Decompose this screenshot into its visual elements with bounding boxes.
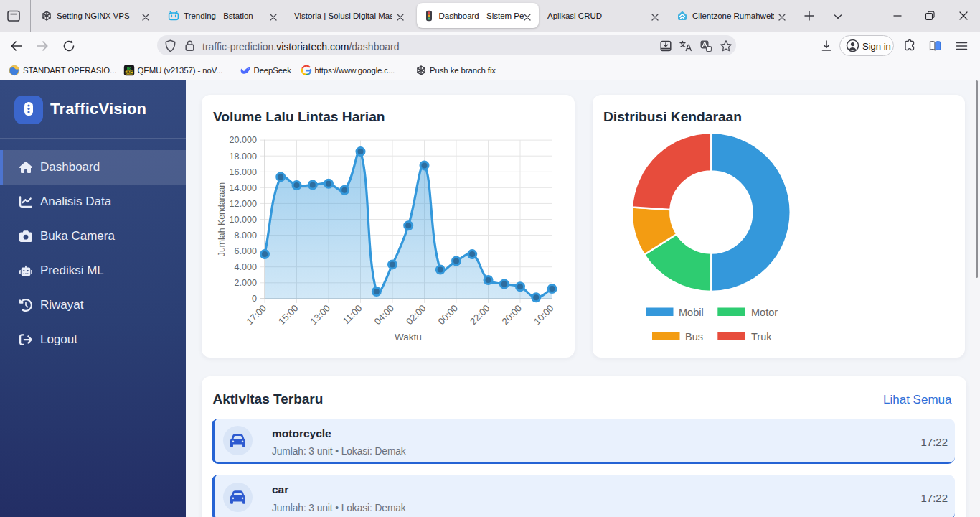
svg-text:17:00: 17:00 <box>245 302 269 327</box>
svg-text:4.000: 4.000 <box>234 262 257 272</box>
svg-text:20.000: 20.000 <box>229 135 257 145</box>
svg-text:15:00: 15:00 <box>276 302 301 327</box>
svg-text:13:00: 13:00 <box>308 302 333 327</box>
svg-text:6.000: 6.000 <box>234 246 257 256</box>
svg-text:14.000: 14.000 <box>229 183 257 193</box>
svg-text:10:00: 10:00 <box>532 302 556 327</box>
svg-text:20:00: 20:00 <box>500 302 524 327</box>
svg-text:02:00: 02:00 <box>404 302 428 327</box>
svg-text:0: 0 <box>252 294 257 304</box>
svg-text:10.000: 10.000 <box>229 215 257 225</box>
svg-text:18.000: 18.000 <box>229 152 257 162</box>
svg-text:16.000: 16.000 <box>229 167 257 177</box>
svg-text:00:00: 00:00 <box>436 302 461 327</box>
svg-text:2.000: 2.000 <box>234 278 257 288</box>
svg-text:22:00: 22:00 <box>468 302 492 327</box>
svg-text:Waktu: Waktu <box>395 332 422 343</box>
svg-text:Jumlah Kendaraan: Jumlah Kendaraan <box>217 182 227 256</box>
svg-text:04:00: 04:00 <box>372 302 397 327</box>
svg-text:12.000: 12.000 <box>229 199 257 209</box>
svg-text:8.000: 8.000 <box>234 230 257 241</box>
svg-text:11:00: 11:00 <box>341 302 364 326</box>
